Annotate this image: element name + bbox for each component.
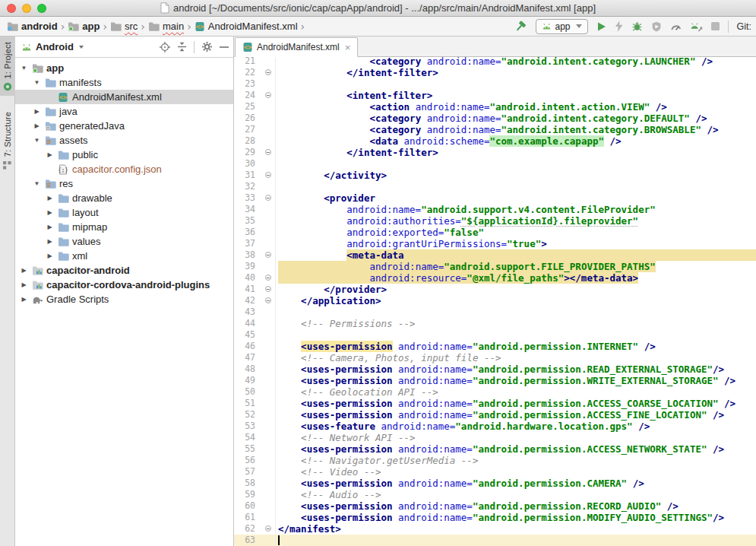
- code-line-39[interactable]: 39 android:name="android.support.FILE_PR…: [234, 261, 756, 272]
- code-line-21[interactable]: 21 <category android:name="android.inten…: [234, 57, 756, 67]
- expand-arrow-icon[interactable]: ▼: [33, 79, 41, 86]
- fold-marker-icon[interactable]: [265, 252, 271, 258]
- debug-button[interactable]: [631, 21, 643, 32]
- code-line-35[interactable]: 35 android:authorities="${applicationId}…: [234, 215, 756, 227]
- tree-item-java[interactable]: ▶java: [15, 104, 233, 119]
- tree-item-androidmanifest-xml[interactable]: <>AndroidManifest.xml: [15, 90, 233, 104]
- expand-arrow-icon[interactable]: ▶: [46, 195, 54, 202]
- build-hammer-button[interactable]: [515, 21, 527, 33]
- fold-marker-icon[interactable]: [265, 297, 271, 303]
- tool-window-button-structure[interactable]: 7: Structure: [0, 106, 15, 173]
- code-line-29[interactable]: 29 </intent-filter>: [234, 147, 756, 158]
- locate-file-button[interactable]: [160, 42, 170, 52]
- tree-item-xml[interactable]: ▶xml: [15, 249, 233, 263]
- code-line-52[interactable]: 52 <uses-permission android:name="androi…: [234, 409, 756, 421]
- code-line-51[interactable]: 51 <uses-permission android:name="androi…: [234, 398, 756, 409]
- code-line-34[interactable]: 34 android:name="android.support.v4.cont…: [234, 204, 756, 215]
- code-line-24[interactable]: 24 <intent-filter>: [234, 90, 756, 101]
- close-tab-icon[interactable]: ×: [343, 43, 351, 52]
- code-line-36[interactable]: 36 android:exported="false": [234, 227, 756, 238]
- expand-arrow-icon[interactable]: ▶: [20, 267, 28, 274]
- run-with-coverage-button[interactable]: [651, 21, 662, 32]
- expand-arrow-icon[interactable]: ▶: [20, 281, 28, 288]
- code-line-46[interactable]: 46 <uses-permission android:name="androi…: [234, 341, 756, 352]
- code-line-61[interactable]: 61 <uses-permission android:name="androi…: [234, 512, 756, 523]
- tree-item-manifests[interactable]: ▼manifests: [15, 75, 233, 90]
- code-line-33[interactable]: 33 <provider: [234, 192, 756, 204]
- hide-panel-button[interactable]: [220, 46, 229, 49]
- project-view-selector[interactable]: Android: [36, 41, 74, 52]
- expand-arrow-icon[interactable]: ▶: [46, 252, 54, 259]
- code-line-54[interactable]: 54 <!-- Network API -->: [234, 432, 756, 443]
- code-line-38[interactable]: 38 <meta-data: [234, 249, 756, 261]
- expand-arrow-icon[interactable]: ▶: [46, 238, 54, 245]
- code-line-58[interactable]: 58 <uses-permission android:name="androi…: [234, 478, 756, 489]
- tree-item-capacitor-config-json[interactable]: {;}capacitor.config.json: [15, 162, 233, 176]
- code-line-50[interactable]: 50 <!-- Geolocation API -->: [234, 386, 756, 398]
- fold-marker-icon[interactable]: [265, 525, 271, 532]
- fold-marker-icon[interactable]: [265, 286, 271, 292]
- code-line-57[interactable]: 57 <!-- Video -->: [234, 466, 756, 478]
- breadcrumb-item-src[interactable]: src: [108, 20, 140, 33]
- code-line-55[interactable]: 55 <uses-permission android:name="androi…: [234, 443, 756, 455]
- code-line-23[interactable]: 23: [234, 78, 756, 90]
- code-line-60[interactable]: 60 <uses-permission android:name="androi…: [234, 500, 756, 512]
- code-editor[interactable]: 21 <category android:name="android.inten…: [234, 57, 756, 546]
- stop-button[interactable]: [711, 22, 720, 30]
- close-window-button[interactable]: [7, 4, 16, 13]
- zoom-window-button[interactable]: [37, 4, 46, 13]
- code-line-28[interactable]: 28 <data android:scheme="com.example.cap…: [234, 135, 756, 147]
- settings-gear-button[interactable]: [201, 41, 213, 52]
- code-line-22[interactable]: 22 </intent-filter>: [234, 67, 756, 78]
- code-line-31[interactable]: 31 </activity>: [234, 170, 756, 181]
- tree-item-capacitor-android[interactable]: ▶capacitor-android: [15, 263, 233, 278]
- expand-arrow-icon[interactable]: ▶: [46, 151, 54, 158]
- fold-marker-icon[interactable]: [265, 172, 271, 178]
- expand-arrow-icon[interactable]: ▼: [33, 137, 41, 144]
- tool-window-button-project[interactable]: 1: Project: [0, 37, 15, 96]
- tree-item-capacitor-cordova-android-plugins[interactable]: ▶capacitor-cordova-android-plugins: [15, 278, 233, 292]
- code-line-30[interactable]: 30: [234, 158, 756, 170]
- code-line-26[interactable]: 26 <category android:name="android.inten…: [234, 113, 756, 124]
- tree-item-values[interactable]: ▶values: [15, 234, 233, 249]
- tree-item-public[interactable]: ▶public: [15, 148, 233, 162]
- tree-item-drawable[interactable]: ▶drawable: [15, 191, 233, 205]
- code-line-47[interactable]: 47 <!-- Camera, Photos, input file -->: [234, 352, 756, 363]
- collapse-all-button[interactable]: [177, 42, 187, 52]
- code-line-44[interactable]: 44 <!-- Permissions -->: [234, 318, 756, 329]
- code-line-53[interactable]: 53 <uses-feature android:name="android.h…: [234, 421, 756, 432]
- code-line-37[interactable]: 37 android:grantUriPermissions="true">: [234, 238, 756, 249]
- expand-arrow-icon[interactable]: ▼: [20, 65, 28, 71]
- expand-arrow-icon[interactable]: ▶: [33, 108, 41, 115]
- code-line-45[interactable]: 45: [234, 329, 756, 341]
- tree-item-gradle-scripts[interactable]: ▶Gradle Scripts: [15, 292, 233, 306]
- expand-arrow-icon[interactable]: ▶: [46, 209, 54, 216]
- apply-changes-button[interactable]: [615, 21, 623, 32]
- fold-marker-icon[interactable]: [265, 149, 271, 155]
- expand-arrow-icon[interactable]: ▶: [46, 224, 54, 230]
- code-line-42[interactable]: 42 </application>: [234, 295, 756, 306]
- expand-arrow-icon[interactable]: ▶: [20, 296, 28, 303]
- tree-item-res[interactable]: ▼res: [15, 176, 233, 191]
- code-line-63[interactable]: 63: [234, 535, 756, 546]
- tree-item-app[interactable]: ▼app: [15, 61, 233, 75]
- tree-item-layout[interactable]: ▶layout: [15, 205, 233, 220]
- fold-marker-icon[interactable]: [265, 69, 271, 75]
- code-line-41[interactable]: 41 </provider>: [234, 284, 756, 295]
- code-line-40[interactable]: 40 android:resource="@xml/file_paths"></…: [234, 272, 756, 284]
- code-line-43[interactable]: 43: [234, 306, 756, 318]
- breadcrumb-item-androidmanifest-xml[interactable]: <>AndroidManifest.xml: [192, 20, 300, 33]
- fold-marker-icon[interactable]: [265, 92, 271, 98]
- code-line-48[interactable]: 48 <uses-permission android:name="androi…: [234, 363, 756, 375]
- code-line-59[interactable]: 59 <!-- Audio -->: [234, 489, 756, 500]
- profiler-button[interactable]: [670, 21, 682, 31]
- breadcrumb-item-android[interactable]: android: [5, 20, 60, 33]
- code-line-49[interactable]: 49 <uses-permission android:name="androi…: [234, 375, 756, 386]
- breadcrumb-item-main[interactable]: main: [146, 20, 186, 33]
- code-line-25[interactable]: 25 <action android:name="android.intent.…: [234, 101, 756, 113]
- expand-arrow-icon[interactable]: ▼: [33, 180, 41, 187]
- expand-arrow-icon[interactable]: ▶: [33, 122, 41, 129]
- run-button[interactable]: [596, 21, 606, 32]
- tree-item-assets[interactable]: ▼assets: [15, 133, 233, 148]
- code-line-32[interactable]: 32: [234, 181, 756, 192]
